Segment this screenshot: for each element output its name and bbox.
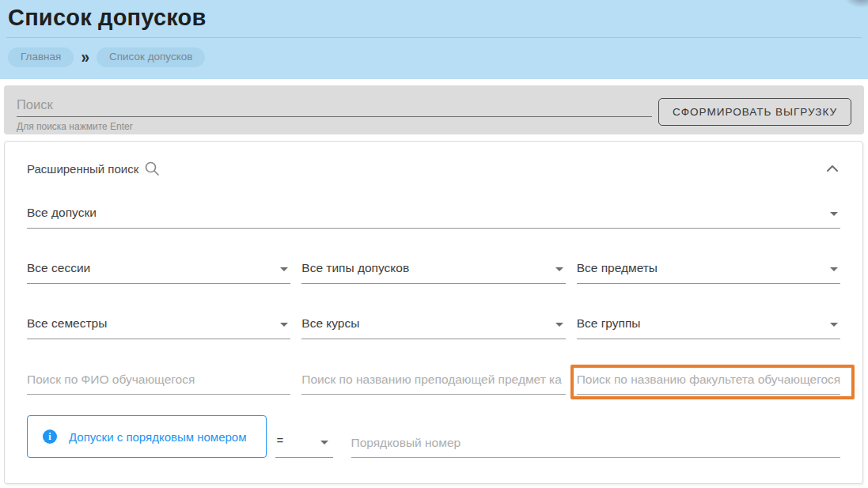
teaching-department-input[interactable] [301, 372, 565, 395]
ordinal-toggle-button[interactable]: i Допуски с порядковым номером [27, 415, 267, 458]
student-name-field [27, 372, 290, 395]
select-admissions[interactable]: Все допуски [27, 206, 840, 229]
header-divider [6, 37, 862, 38]
chevron-down-icon [280, 267, 288, 271]
advanced-search-title: Расширенный поиск [27, 162, 138, 176]
select-courses[interactable]: Все курсы [301, 316, 565, 339]
chevron-down-icon [555, 323, 563, 327]
student-faculty-field [577, 372, 840, 395]
ordinal-number-field [351, 435, 841, 458]
chevron-down-icon [830, 267, 838, 271]
chevron-down-icon [830, 212, 838, 216]
select-sessions[interactable]: Все сессии [27, 261, 290, 284]
select-admission-types-value: Все типы допусков [301, 261, 551, 275]
select-subjects-value: Все предметы [577, 261, 826, 275]
chevron-down-icon [320, 441, 328, 444]
teaching-department-field [301, 372, 565, 395]
select-semesters[interactable]: Все семестры [27, 316, 290, 339]
breadcrumb-separator-icon: » [81, 48, 89, 66]
breadcrumb: Главная » Список допусков [6, 47, 862, 67]
select-subjects[interactable]: Все предметы [577, 261, 840, 284]
select-sessions-value: Все сессии [27, 261, 276, 275]
breadcrumb-item-home[interactable]: Главная [8, 47, 74, 67]
advanced-search-panel: Расширенный поиск Все допуски Все сессии [4, 141, 863, 484]
info-icon: i [43, 429, 57, 444]
select-admission-types[interactable]: Все типы допусков [301, 261, 565, 284]
select-admissions-value: Все допуски [27, 206, 826, 220]
chevron-down-icon [280, 323, 288, 327]
chevron-down-icon [555, 267, 563, 271]
student-faculty-input[interactable] [577, 372, 840, 395]
ordinal-filter-row: i Допуски с порядковым номером = [27, 415, 840, 458]
student-name-input[interactable] [27, 372, 290, 395]
select-groups[interactable]: Все группы [577, 316, 840, 339]
quick-search-bar: Для поиска нажмите Enter СФОРМИРОВАТЬ ВЫ… [4, 85, 864, 134]
select-courses-value: Все курсы [301, 316, 551, 331]
ordinal-operator-value: = [277, 433, 284, 447]
search-input[interactable] [17, 96, 652, 117]
page-header: Список допусков Главная » Список допуско… [0, 0, 868, 79]
export-button[interactable]: СФОРМИРОВАТЬ ВЫГРУЗКУ [658, 98, 851, 126]
select-semesters-value: Все семестры [27, 316, 276, 331]
advanced-search-header: Расширенный поиск [5, 142, 862, 176]
page-title: Список допусков [6, 3, 862, 37]
collapse-chevron-up-icon[interactable] [824, 163, 840, 174]
ordinal-number-input[interactable] [351, 435, 841, 458]
breadcrumb-item-current[interactable]: Список допусков [97, 47, 205, 67]
ordinal-operator-select[interactable]: = [275, 433, 333, 458]
chevron-down-icon [830, 323, 838, 327]
search-helper-text: Для поиска нажмите Enter [17, 117, 652, 132]
search-field: Для поиска нажмите Enter [17, 93, 652, 130]
filter-rows: Все допуски Все сессии Все типы допусков… [5, 206, 862, 458]
ordinal-toggle-label: Допуски с порядковым номером [69, 430, 247, 444]
search-icon [144, 161, 160, 176]
select-groups-value: Все группы [577, 316, 826, 331]
